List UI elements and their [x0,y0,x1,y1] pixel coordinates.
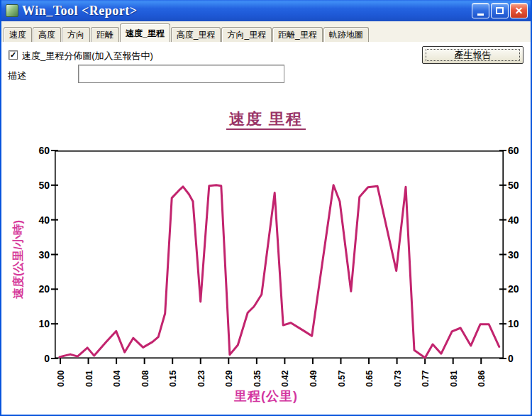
minimize-icon [477,13,484,16]
titlebar[interactable]: Win_Tool <Report> ✕ [1,0,531,21]
x-tick-label: 0.01 [85,371,94,387]
chart-title: 速度 里程 [1,109,531,130]
app-icon [6,4,18,17]
tab-8[interactable]: 距離_里程 [272,27,323,42]
y-tick-label-left: 50 [27,180,50,191]
tab-1[interactable]: 速度 [4,27,32,42]
tab-6[interactable]: 高度_里程 [171,27,221,42]
y-tick-label-right: 50 [508,180,531,191]
report-include-checkbox[interactable]: ✓ [9,50,18,60]
x-tick-label: 0.29 [225,371,234,387]
y-tick-label-left: 60 [27,145,50,156]
y-tick-label-left: 30 [27,249,50,261]
tab-3[interactable]: 方向 [62,27,90,42]
x-tick-label: 0.86 [477,371,487,387]
y-tick-label-right: 10 [508,318,531,329]
y-tick-label-right: 60 [508,145,531,156]
x-tick-label: 0.73 [394,371,403,387]
tab-2[interactable]: 高度 [33,27,61,42]
y-axis-title: 速度(公里/小時) [11,203,26,317]
y-tick-label-right: 40 [508,214,531,226]
chart-plot [55,150,504,358]
generate-report-button[interactable]: 產生報告 [422,46,523,64]
x-tick-label: 0.08 [141,371,150,387]
description-input[interactable] [78,65,284,83]
tab-strip: 速度高度方向距離速度_里程高度_里程方向_里程距離_里程軌跡地圖 [1,21,531,43]
maximize-button[interactable] [491,3,509,18]
y-tick-label-right: 30 [508,249,531,261]
tab-9[interactable]: 軌跡地圖 [323,27,369,42]
x-tick-label: 0.23 [197,371,206,387]
x-tick-label: 0.42 [281,371,290,387]
y-tick-label-right: 20 [508,283,531,295]
speed-distance-line [60,185,499,358]
x-tick-label: 0.04 [113,371,122,387]
tab-7[interactable]: 方向_里程 [221,27,272,42]
tab-content-panel: ✓ 速度_里程分佈圖(加入至報告中) 產生報告 描述 速度 里程 0010102… [1,43,531,416]
x-tick-label: 0.49 [309,371,318,387]
y-tick-label-left: 10 [27,318,50,329]
window-controls: ✕ [472,3,528,18]
window-title: Win_Tool <Report> [22,4,472,18]
y-tick-label-left: 20 [27,283,50,295]
y-tick-label-left: 0 [27,353,50,364]
x-tick-label: 0.00 [57,371,66,387]
x-tick-label: 0.77 [421,371,431,387]
y-tick-label-right: 0 [508,353,531,364]
x-tick-label: 0.15 [169,371,178,387]
report-include-checkbox-label: 速度_里程分佈圖(加入至報告中) [22,50,153,62]
x-tick-label: 0.65 [365,371,375,387]
tab-4[interactable]: 距離 [91,27,119,42]
tab-5[interactable]: 速度_里程 [120,23,170,42]
x-tick-label: 0.57 [338,371,347,387]
x-tick-label: 0.81 [450,371,459,387]
x-tick-label: 0.35 [253,371,262,387]
app-window: Win_Tool <Report> ✕ 速度高度方向距離速度_里程高度_里程方向… [0,0,532,416]
maximize-icon [496,7,504,14]
description-label: 描述 [8,70,26,82]
close-icon: ✕ [515,6,523,16]
close-button[interactable]: ✕ [510,3,528,18]
minimize-button[interactable] [472,3,489,18]
generate-report-button-label: 產生報告 [426,49,520,61]
y-tick-label-left: 40 [27,214,50,226]
x-axis-title: 里程(公里) [1,388,531,405]
